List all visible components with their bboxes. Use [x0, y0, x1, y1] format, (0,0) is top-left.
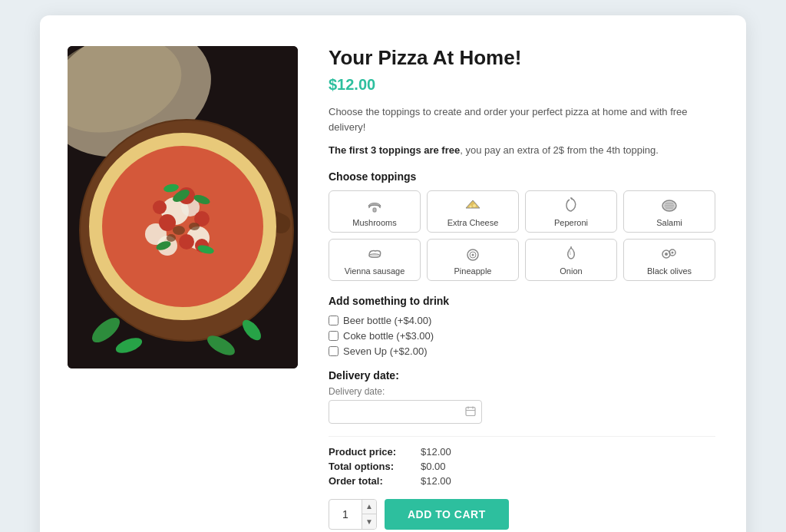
svg-point-44	[472, 254, 474, 256]
qty-decrease-button[interactable]: ▼	[362, 514, 376, 529]
order-total-row-value: $12.00	[421, 475, 451, 487]
pineapple-icon	[464, 246, 481, 263]
drink-beer-checkbox[interactable]	[329, 316, 339, 325]
delivery-date-sublabel: Delivery date:	[329, 386, 715, 397]
order-total-row-label: Order total:	[329, 475, 421, 487]
svg-point-20	[173, 226, 185, 235]
free-toppings-note: The first 3 toppings are free, you pay a…	[329, 143, 715, 158]
product-image-panel	[68, 46, 298, 530]
salami-icon	[661, 197, 678, 215]
black-olives-icon	[661, 246, 678, 263]
topping-onion[interactable]: Onion	[525, 239, 617, 281]
qty-increase-button[interactable]: ▲	[362, 500, 376, 514]
peperoni-icon	[563, 197, 580, 215]
pineapple-label: Pineapple	[454, 266, 492, 276]
cart-row: 1 ▲ ▼ ADD TO CART	[329, 499, 715, 530]
svg-point-17	[179, 234, 194, 249]
drink-beer[interactable]: Beer bottle (+$4.00)	[329, 315, 715, 326]
product-details-panel: Your Pizza At Home! $12.00 Choose the to…	[329, 46, 715, 530]
topping-mushrooms[interactable]: Mushrooms	[329, 190, 421, 233]
svg-point-47	[665, 253, 668, 256]
extra-cheese-label: Extra Cheese	[447, 218, 499, 227]
order-total-row: Order total: $12.00	[329, 475, 715, 487]
topping-vienna-sausage[interactable]: Vienna sausage	[329, 239, 421, 281]
topping-pineapple[interactable]: Pineapple	[427, 239, 519, 281]
product-description: Choose the toppings to create and order …	[329, 104, 715, 135]
product-image	[68, 46, 298, 368]
vienna-sausage-label: Vienna sausage	[345, 266, 405, 276]
delivery-section: Delivery date: Delivery date:	[329, 369, 715, 424]
product-price-row-label: Product price:	[329, 446, 421, 458]
vienna-sausage-icon	[366, 246, 383, 263]
product-price-row: Product price: $12.00	[329, 446, 715, 458]
add-to-cart-button[interactable]: ADD TO CART	[385, 499, 509, 530]
svg-point-21	[189, 223, 200, 230]
svg-rect-32	[373, 208, 376, 212]
topping-salami[interactable]: Salami	[623, 190, 715, 233]
black-olives-label: Black olives	[647, 266, 692, 276]
date-input-wrapper	[329, 400, 482, 424]
svg-point-33	[473, 204, 476, 207]
onion-icon	[563, 246, 580, 263]
product-title: Your Pizza At Home!	[329, 46, 715, 70]
drink-coke-checkbox[interactable]	[329, 331, 339, 341]
extra-cheese-icon	[464, 197, 481, 215]
drinks-section: Add something to drink Beer bottle (+$4.…	[329, 295, 715, 357]
price-summary: Product price: $12.00 Total options: $0.…	[329, 436, 715, 487]
svg-point-7	[102, 146, 263, 307]
quantity-input[interactable]: 1	[329, 508, 362, 520]
qty-stepper-buttons: ▲ ▼	[362, 500, 376, 529]
delivery-date-label: Delivery date:	[329, 369, 715, 382]
salami-label: Salami	[656, 218, 682, 227]
drink-sevenup[interactable]: Seven Up (+$2.00)	[329, 345, 715, 357]
total-options-row-value: $0.00	[421, 461, 446, 472]
quantity-stepper[interactable]: 1 ▲ ▼	[329, 499, 377, 530]
delivery-date-input[interactable]	[329, 400, 482, 424]
toppings-grid: Mushrooms Extra Cheese	[329, 190, 715, 281]
svg-point-22	[167, 234, 176, 242]
drinks-label: Add something to drink	[329, 295, 715, 307]
svg-point-18	[153, 200, 167, 214]
peperoni-label: Peperoni	[554, 218, 588, 227]
free-toppings-bold: The first 3 toppings are free	[329, 144, 460, 156]
onion-label: Onion	[560, 266, 582, 276]
topping-extra-cheese[interactable]: Extra Cheese	[427, 190, 519, 233]
mushrooms-icon	[366, 197, 383, 215]
product-price: $12.00	[329, 76, 715, 94]
topping-black-olives[interactable]: Black olives	[623, 239, 715, 281]
free-toppings-rest: , you pay an extra of 2$ from the 4th to…	[460, 144, 659, 156]
drink-coke[interactable]: Coke bottle (+$3.00)	[329, 330, 715, 342]
mushrooms-label: Mushrooms	[352, 218, 396, 227]
total-options-row: Total options: $0.00	[329, 461, 715, 472]
product-card: Your Pizza At Home! $12.00 Choose the to…	[40, 15, 746, 532]
product-price-row-value: $12.00	[421, 446, 451, 458]
svg-point-49	[672, 252, 674, 254]
toppings-label: Choose toppings	[329, 170, 715, 183]
svg-point-34	[470, 206, 472, 208]
drink-beer-label: Beer bottle (+$4.00)	[343, 315, 431, 326]
total-options-row-label: Total options:	[329, 461, 421, 472]
drink-sevenup-label: Seven Up (+$2.00)	[343, 345, 427, 357]
drink-coke-label: Coke bottle (+$3.00)	[343, 330, 434, 342]
drink-sevenup-checkbox[interactable]	[329, 346, 339, 356]
topping-peperoni[interactable]: Peperoni	[525, 190, 617, 233]
